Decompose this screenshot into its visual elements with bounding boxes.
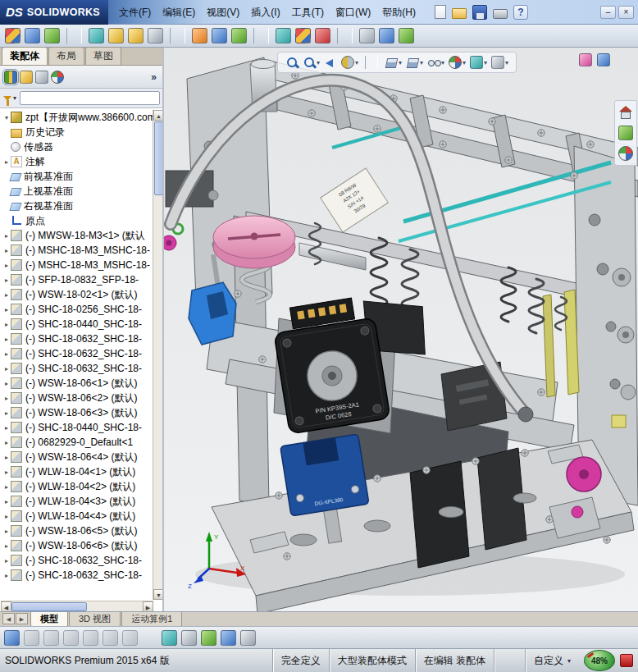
appearances-icon[interactable] <box>617 144 635 162</box>
featuremanager-tree-icon[interactable] <box>4 71 17 84</box>
bill-of-materials-icon[interactable] <box>276 28 291 43</box>
tree-item[interactable]: 前视基准面 <box>1 169 153 184</box>
tree-item[interactable]: ▸ (-) WSW-18-06<2> (默认) <box>1 391 153 405</box>
zoom-area-icon[interactable] <box>302 55 321 70</box>
snap-to-points-icon[interactable] <box>181 630 197 646</box>
tree-item[interactable]: ▸ (-) SFP-18-0832_SFP-18- <box>1 272 153 287</box>
mate-icon[interactable] <box>25 28 40 43</box>
tree-item[interactable]: ▸ (-) 0682929-0_Default<1 <box>1 435 153 450</box>
tree-item[interactable]: ▸ (-) WLW-18-04<1> (默认) <box>1 464 153 479</box>
root-expander[interactable]: ▾ <box>2 114 11 121</box>
save-icon[interactable] <box>472 5 487 20</box>
snap-to-midpoints-icon[interactable] <box>221 630 236 646</box>
menu-item[interactable]: 插入(I) <box>245 0 285 25</box>
tree-item[interactable]: ▸ (-) SHC-18-0256_SHC-18- <box>1 302 153 317</box>
tree-item[interactable]: ▸ (-) MSHC-18-M3_MSHC-18- <box>1 258 153 272</box>
rotate-component-icon[interactable] <box>128 28 144 43</box>
assembly-3d-model[interactable]: P/N KP39S-2A1 D/C 0628 DG-XPL380 08 RB/W… <box>164 48 638 611</box>
tree-item[interactable]: ▸ (-) SHC-18-0632_SHC-18- <box>1 568 153 583</box>
assembly-features-icon[interactable] <box>192 28 207 43</box>
viewport-context-button-1[interactable] <box>579 53 592 66</box>
menu-item[interactable]: 窗口(W) <box>330 0 376 25</box>
smart-fasteners-icon[interactable] <box>89 28 104 43</box>
tree-item[interactable]: ▸ (-) SHC-18-0440_SHC-18- <box>1 420 153 435</box>
print-icon[interactable] <box>493 9 508 19</box>
graphics-viewport[interactable]: P/N KP39S-2A1 D/C 0628 DG-XPL380 08 RB/W… <box>164 48 638 611</box>
display-style-icon[interactable] <box>405 55 424 70</box>
tree-item[interactable]: 传感器 <box>1 139 153 154</box>
filter-funnel-icon[interactable]: ▾ <box>3 94 16 102</box>
menu-item[interactable]: 帮助(H) <box>376 0 422 25</box>
filter-edges-icon[interactable] <box>43 630 59 646</box>
hide-show-items-icon[interactable] <box>426 55 445 70</box>
menu-item[interactable]: 工具(T) <box>286 0 330 25</box>
scroll-thumb[interactable] <box>11 602 87 611</box>
tree-item[interactable]: ▸ (-) SHC-18-0632_SHC-18- <box>1 361 153 376</box>
status-custom-dropdown[interactable]: 自定义 ▾ <box>525 649 579 672</box>
exploded-view-icon[interactable] <box>295 28 311 43</box>
linear-component-pattern-icon[interactable] <box>44 28 60 43</box>
reference-geometry-icon[interactable] <box>212 28 227 43</box>
tree-item[interactable]: 原点 <box>1 213 153 228</box>
view-settings-icon[interactable] <box>490 55 509 70</box>
tree-item[interactable]: ▸ (-) WSW-18-06<6> (默认) <box>1 538 153 553</box>
section-properties-icon[interactable] <box>399 28 414 43</box>
design-library-icon[interactable] <box>617 124 635 142</box>
tree-item[interactable]: ▸ (-) SHC-18-0440_SHC-18- <box>1 317 153 331</box>
configurationmanager-icon[interactable] <box>35 71 48 84</box>
tree-horizontal-scrollbar[interactable]: ◀ ▶ <box>1 601 153 611</box>
show-hidden-components-icon[interactable] <box>148 28 163 43</box>
view-orientation-icon[interactable] <box>384 55 403 70</box>
help-icon[interactable] <box>513 5 528 20</box>
tree-item[interactable]: ▸ (-) WSW-18-06<3> (默认) <box>1 405 153 420</box>
tab-scroll-right[interactable]: ▶ <box>16 613 28 624</box>
select-tool-icon[interactable] <box>4 630 20 646</box>
tree-root-item[interactable]: ▾ zpt【开拔网www.386600.com】 <box>1 110 153 125</box>
tree-item[interactable]: ▸ (-) MSHC-18-M3_MSHC-18- <box>1 243 153 258</box>
tree-item[interactable]: ▸ (-) SHC-18-0632_SHC-18- <box>1 346 153 361</box>
viewport-context-button-2[interactable] <box>597 53 610 66</box>
solidworks-resources-icon[interactable] <box>617 103 635 121</box>
tree-item[interactable]: 上视基准面 <box>1 184 153 199</box>
new-motion-study-icon[interactable] <box>231 28 247 43</box>
propertymanager-icon[interactable] <box>20 71 33 84</box>
filter-vertices-icon[interactable] <box>24 630 39 646</box>
tree-item[interactable]: ▸ (-) WLW-18-04<4> (默认) <box>1 509 153 523</box>
new-document-icon[interactable] <box>435 5 446 19</box>
menu-item[interactable]: 文件(F) <box>113 0 157 25</box>
close-button[interactable]: × <box>618 6 634 19</box>
quick-snaps-icon[interactable] <box>162 630 177 646</box>
tree-item[interactable]: ▸ (-) MWSW-18-M3<1> (默认 <box>1 228 153 243</box>
tree-item[interactable]: ▸ (-) WSW-18-06<5> (默认) <box>1 523 153 538</box>
edit-appearance-icon[interactable] <box>448 55 467 70</box>
tree-item[interactable]: ▸ (-) WSW-18-02<1> (默认) <box>1 287 153 302</box>
filter-solid-bodies-icon[interactable] <box>103 630 118 646</box>
open-document-icon[interactable] <box>452 8 467 19</box>
previous-view-icon[interactable] <box>323 55 338 70</box>
panel-overflow-chevron[interactable]: » <box>148 71 159 83</box>
mass-properties-icon[interactable] <box>379 28 394 43</box>
filter-surface-bodies-icon[interactable] <box>83 630 98 646</box>
menu-item[interactable]: 视图(V) <box>201 0 245 25</box>
move-component-icon[interactable] <box>108 28 124 43</box>
tree-item[interactable]: 右视基准面 <box>1 199 153 213</box>
status-red-icon[interactable] <box>620 654 633 667</box>
tab-scroll-left[interactable]: ◀ <box>2 613 15 624</box>
tree-item[interactable]: ▸ (-) SHC-18-0632_SHC-18- <box>1 331 153 346</box>
zoom-fit-icon[interactable] <box>285 55 299 70</box>
apply-scene-icon[interactable] <box>469 55 488 70</box>
snap-to-center-icon[interactable] <box>201 630 216 646</box>
tree-item[interactable]: ▸ (-) WLW-18-04<2> (默认) <box>1 479 153 494</box>
measure-icon[interactable] <box>359 28 375 43</box>
displaymanager-icon[interactable] <box>51 71 64 84</box>
minimize-button[interactable]: – <box>600 6 616 19</box>
tree-item[interactable]: ▸ (-) WLW-18-04<3> (默认) <box>1 494 153 509</box>
tree-item[interactable]: ▸ (-) WSW-18-06<1> (默认) <box>1 376 153 391</box>
clear-all-filters-icon[interactable] <box>122 630 138 646</box>
insert-components-icon[interactable] <box>5 28 21 43</box>
filter-input[interactable] <box>20 91 160 105</box>
tree-item[interactable]: ▸ (-) SHC-18-0632_SHC-18- <box>1 553 153 568</box>
panel-tab[interactable]: 装配体 <box>2 47 48 65</box>
tree-item[interactable]: ▸ 注解 <box>1 154 153 169</box>
panel-tab[interactable]: 草图 <box>85 47 121 65</box>
